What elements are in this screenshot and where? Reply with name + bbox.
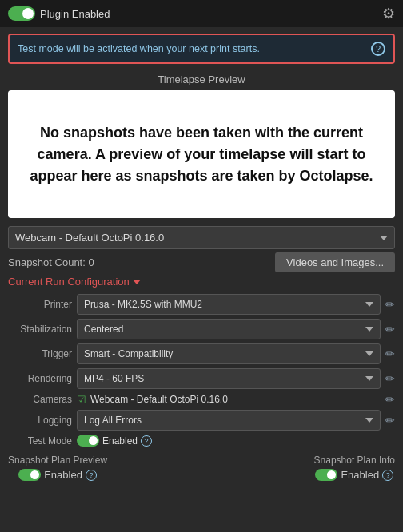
snapshot-plan-preview-enabled-label: Enabled xyxy=(44,469,82,481)
cameras-row: Cameras ☑ Webcam - Default OctoPi 0.16.0… xyxy=(8,393,395,406)
plugin-enabled-toggle[interactable] xyxy=(8,6,35,21)
snapshot-plan-info-toggle-group: Enabled ? xyxy=(315,469,393,481)
cameras-value: ☑ Webcam - Default OctoPi 0.16.0 xyxy=(77,394,381,406)
config-table: Printer Prusa - MK2.5S with MMU2 ✏ Stabi… xyxy=(8,294,395,447)
timelapse-preview-area: No snapshots have been taken with the cu… xyxy=(8,90,395,218)
snapshot-plan-info-help-icon[interactable]: ? xyxy=(382,470,393,481)
alert-message: Test mode will be activated when your ne… xyxy=(18,43,260,54)
rendering-row: Rendering MP4 - 60 FPS ✏ xyxy=(8,368,395,389)
stabilization-label: Stabilization xyxy=(8,324,72,335)
test-mode-enabled-label: Enabled xyxy=(102,435,138,447)
bottom-row: Snapshot Plan Preview Enabled ? Snapshot… xyxy=(8,455,395,481)
snapshot-plan-info-toggle[interactable] xyxy=(315,469,337,481)
current-run-config[interactable]: Current Run Configuration xyxy=(8,276,395,288)
trigger-row: Trigger Smart - Compatibility ✏ xyxy=(8,343,395,364)
trigger-label: Trigger xyxy=(8,348,72,359)
test-mode-label: Test Mode xyxy=(8,435,72,447)
snapshot-plan-preview-label: Snapshot Plan Preview xyxy=(8,455,107,466)
printer-edit-icon[interactable]: ✏ xyxy=(385,298,395,311)
logging-select-wrap: Log All Errors xyxy=(77,410,381,431)
logging-select[interactable]: Log All Errors xyxy=(77,410,381,431)
snapshot-plan-info-label: Snapshot Plan Info xyxy=(314,455,395,466)
snapshot-count-label: Snapshot Count: 0 xyxy=(8,256,94,268)
trigger-select-wrap: Smart - Compatibility xyxy=(77,343,381,364)
snapshot-plan-preview-item: Snapshot Plan Preview Enabled ? xyxy=(8,455,107,481)
test-mode-help-icon[interactable]: ? xyxy=(141,435,152,447)
logging-label: Logging xyxy=(8,415,72,426)
webcam-row: Webcam - Default OctoPi 0.16.0 xyxy=(8,226,395,249)
cameras-edit-icon[interactable]: ✏ xyxy=(385,393,395,406)
logging-row: Logging Log All Errors ✏ xyxy=(8,410,395,431)
printer-select[interactable]: Prusa - MK2.5S with MMU2 xyxy=(77,294,381,315)
rendering-select-wrap: MP4 - 60 FPS xyxy=(77,368,381,389)
rendering-select[interactable]: MP4 - 60 FPS xyxy=(77,368,381,389)
preview-text: No snapshots have been taken with the cu… xyxy=(24,122,379,187)
settings-icon[interactable]: ⚙ xyxy=(382,5,395,22)
camera-check-icon: ☑ xyxy=(77,394,86,406)
cameras-text: Webcam - Default OctoPi 0.16.0 xyxy=(90,394,228,405)
snapshot-plan-info-item: Snapshot Plan Info Enabled ? xyxy=(314,455,395,481)
stabilization-row: Stabilization Centered ✏ xyxy=(8,319,395,339)
logging-edit-icon[interactable]: ✏ xyxy=(385,414,395,427)
trigger-edit-icon[interactable]: ✏ xyxy=(385,347,395,360)
videos-images-button[interactable]: Videos and Images... xyxy=(275,252,395,272)
test-mode-toggle-group: Enabled ? xyxy=(77,435,152,447)
rendering-label: Rendering xyxy=(8,373,72,384)
timelapse-section-title: Timelapse Preview xyxy=(0,70,403,90)
trigger-select[interactable]: Smart - Compatibility xyxy=(77,343,381,364)
snapshot-plan-preview-help-icon[interactable]: ? xyxy=(86,470,97,481)
snapshot-plan-preview-toggle-group: Enabled ? xyxy=(18,469,97,481)
printer-row: Printer Prusa - MK2.5S with MMU2 ✏ xyxy=(8,294,395,315)
test-mode-toggle[interactable] xyxy=(77,435,99,447)
webcam-select[interactable]: Webcam - Default OctoPi 0.16.0 xyxy=(8,226,395,249)
snapshot-plan-preview-toggle[interactable] xyxy=(18,469,41,481)
alert-help-icon[interactable]: ? xyxy=(371,42,385,56)
chevron-down-icon xyxy=(133,280,141,284)
stabilization-select-wrap: Centered xyxy=(77,319,381,339)
stabilization-edit-icon[interactable]: ✏ xyxy=(385,323,395,335)
printer-label: Printer xyxy=(8,299,72,310)
plugin-label: Plugin Enabled xyxy=(40,8,110,20)
top-bar: Plugin Enabled ⚙ xyxy=(0,0,403,27)
current-run-label: Current Run Configuration xyxy=(8,276,130,288)
cameras-label: Cameras xyxy=(8,394,72,405)
snapshot-plan-info-enabled-label: Enabled xyxy=(341,469,379,481)
alert-box: Test mode will be activated when your ne… xyxy=(8,34,395,64)
plugin-toggle[interactable]: Plugin Enabled xyxy=(8,6,110,21)
printer-select-wrap: Prusa - MK2.5S with MMU2 xyxy=(77,294,381,315)
snapshot-row: Snapshot Count: 0 Videos and Images... xyxy=(8,252,395,272)
stabilization-select[interactable]: Centered xyxy=(77,319,381,339)
test-mode-row: Test Mode Enabled ? xyxy=(8,435,395,447)
rendering-edit-icon[interactable]: ✏ xyxy=(385,372,395,385)
